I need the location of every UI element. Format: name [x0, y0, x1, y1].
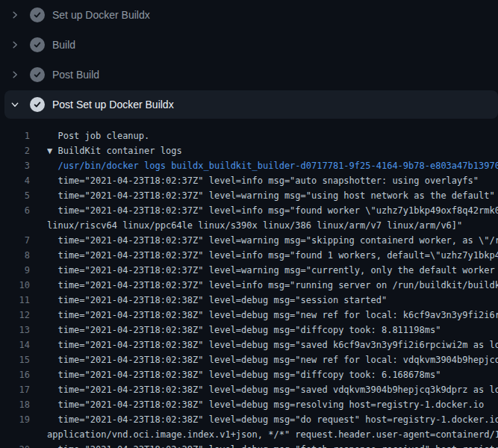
log-viewer: 1 Post job cleanup.2▼ BuildKit container…: [0, 128, 498, 448]
log-line-text: time="2021-04-23T18:02:38Z" level=debug …: [47, 352, 498, 367]
log-line-text: time="2021-04-23T18:02:38Z" level=debug …: [47, 323, 498, 337]
success-check-icon: [30, 37, 45, 52]
step-build[interactable]: Build: [0, 30, 498, 60]
log-line-text: time="2021-04-23T18:02:37Z" level=warnin…: [47, 233, 498, 248]
log-line-text: time="2021-04-23T18:02:38Z" level=debug …: [47, 442, 498, 448]
log-line: 2▼ BuildKit container logs: [0, 143, 498, 158]
log-line-continuation: linux/riscv64 linux/ppc64le linux/s390x …: [0, 218, 498, 233]
log-line-number[interactable]: 7: [0, 233, 30, 248]
chevron-right-icon: [9, 9, 21, 21]
log-line-number: [0, 427, 30, 442]
log-line-number[interactable]: 1: [0, 128, 30, 143]
log-line: 16 time="2021-04-23T18:02:38Z" level=deb…: [0, 367, 498, 382]
log-line-number[interactable]: 13: [0, 323, 30, 337]
log-line-text: time="2021-04-23T18:02:38Z" level=debug …: [47, 412, 498, 427]
log-line-number[interactable]: 19: [0, 412, 30, 427]
log-line-number[interactable]: 5: [0, 188, 30, 203]
log-line-number[interactable]: 12: [0, 308, 30, 323]
log-line-number[interactable]: 20: [0, 442, 30, 448]
step-setup-docker-buildx[interactable]: Set up Docker Buildx: [0, 0, 498, 30]
log-line-number[interactable]: 3: [0, 158, 30, 173]
log-line-text: time="2021-04-23T18:02:37Z" level=info m…: [47, 173, 498, 188]
log-line: 13 time="2021-04-23T18:02:38Z" level=deb…: [0, 323, 498, 337]
step-label: Build: [52, 39, 75, 51]
log-line-number[interactable]: 17: [0, 382, 30, 397]
log-line: 15 time="2021-04-23T18:02:38Z" level=deb…: [0, 352, 498, 367]
log-line: 17 time="2021-04-23T18:02:38Z" level=deb…: [0, 382, 498, 397]
log-line-text: time="2021-04-23T18:02:38Z" level=debug …: [47, 308, 498, 323]
log-line: 3 /usr/bin/docker logs buildx_buildkit_b…: [0, 158, 498, 173]
chevron-right-icon: [9, 69, 21, 81]
step-post-setup-docker-buildx[interactable]: Post Set up Docker Buildx: [4, 90, 498, 119]
log-command-text: /usr/bin/docker logs buildx_buildkit_bui…: [47, 158, 498, 173]
log-line: 6 time="2021-04-23T18:02:37Z" level=info…: [0, 203, 498, 218]
log-line-number[interactable]: 11: [0, 293, 30, 308]
log-line-text: application/vnd.oci.image.index.v1+json,…: [47, 427, 498, 442]
log-line: 12 time="2021-04-23T18:02:38Z" level=deb…: [0, 308, 498, 323]
log-line-number[interactable]: 16: [0, 367, 30, 382]
log-line-number[interactable]: 2: [0, 143, 30, 158]
success-check-icon: [30, 97, 45, 112]
log-line: 11 time="2021-04-23T18:02:38Z" level=deb…: [0, 293, 498, 308]
log-line-text: linux/riscv64 linux/ppc64le linux/s390x …: [47, 218, 498, 233]
step-list: Set up Docker Buildx Build Post Build Po…: [0, 0, 498, 119]
log-line-text: time="2021-04-23T18:02:37Z" level=info m…: [47, 203, 498, 218]
log-line-text: time="2021-04-23T18:02:38Z" level=debug …: [47, 367, 498, 382]
log-line-text: time="2021-04-23T18:02:38Z" level=debug …: [47, 382, 498, 397]
log-line-text: time="2021-04-23T18:02:37Z" level=info m…: [47, 248, 498, 263]
chevron-right-icon: [9, 39, 21, 51]
log-line-number[interactable]: 8: [0, 248, 30, 263]
success-check-icon: [30, 7, 45, 22]
log-line-text: time="2021-04-23T18:02:38Z" level=debug …: [47, 293, 498, 308]
log-group-toggle[interactable]: ▼ BuildKit container logs: [47, 143, 498, 158]
log-line-continuation: application/vnd.oci.image.index.v1+json,…: [0, 427, 498, 442]
log-line: 7 time="2021-04-23T18:02:37Z" level=warn…: [0, 233, 498, 248]
log-line: 8 time="2021-04-23T18:02:37Z" level=info…: [0, 248, 498, 263]
log-line-text: time="2021-04-23T18:02:37Z" level=info m…: [47, 278, 498, 293]
step-post-build[interactable]: Post Build: [0, 60, 498, 90]
step-label: Set up Docker Buildx: [52, 9, 150, 21]
success-check-icon: [30, 67, 45, 82]
log-line: 10 time="2021-04-23T18:02:37Z" level=inf…: [0, 278, 498, 293]
log-line-text: time="2021-04-23T18:02:38Z" level=debug …: [47, 337, 498, 352]
step-label: Post Build: [52, 69, 99, 81]
log-line-number[interactable]: 15: [0, 352, 30, 367]
log-line-number[interactable]: 6: [0, 203, 30, 218]
log-line-number[interactable]: 9: [0, 263, 30, 278]
log-line: 1 Post job cleanup.: [0, 128, 498, 143]
log-line-text: time="2021-04-23T18:02:38Z" level=debug …: [47, 397, 498, 412]
log-line: 20 time="2021-04-23T18:02:38Z" level=deb…: [0, 442, 498, 448]
log-line-number: [0, 218, 30, 233]
step-post-setup-docker-buildx-wrap: Post Set up Docker Buildx: [0, 90, 498, 119]
log-line-number[interactable]: 14: [0, 337, 30, 352]
log-line-text: time="2021-04-23T18:02:37Z" level=warnin…: [47, 263, 498, 278]
log-line: 4 time="2021-04-23T18:02:37Z" level=info…: [0, 173, 498, 188]
log-line: 14 time="2021-04-23T18:02:38Z" level=deb…: [0, 337, 498, 352]
chevron-down-icon: [9, 99, 21, 111]
log-line: 19 time="2021-04-23T18:02:38Z" level=deb…: [0, 412, 498, 427]
log-line: 5 time="2021-04-23T18:02:37Z" level=warn…: [0, 188, 498, 203]
log-line-text: Post job cleanup.: [47, 128, 498, 143]
step-label: Post Set up Docker Buildx: [52, 99, 174, 111]
log-line-number[interactable]: 10: [0, 278, 30, 293]
log-line: 18 time="2021-04-23T18:02:38Z" level=deb…: [0, 397, 498, 412]
log-line-text: time="2021-04-23T18:02:37Z" level=warnin…: [47, 188, 498, 203]
log-line-number[interactable]: 18: [0, 397, 30, 412]
log-line-number[interactable]: 4: [0, 173, 30, 188]
log-line: 9 time="2021-04-23T18:02:37Z" level=warn…: [0, 263, 498, 278]
